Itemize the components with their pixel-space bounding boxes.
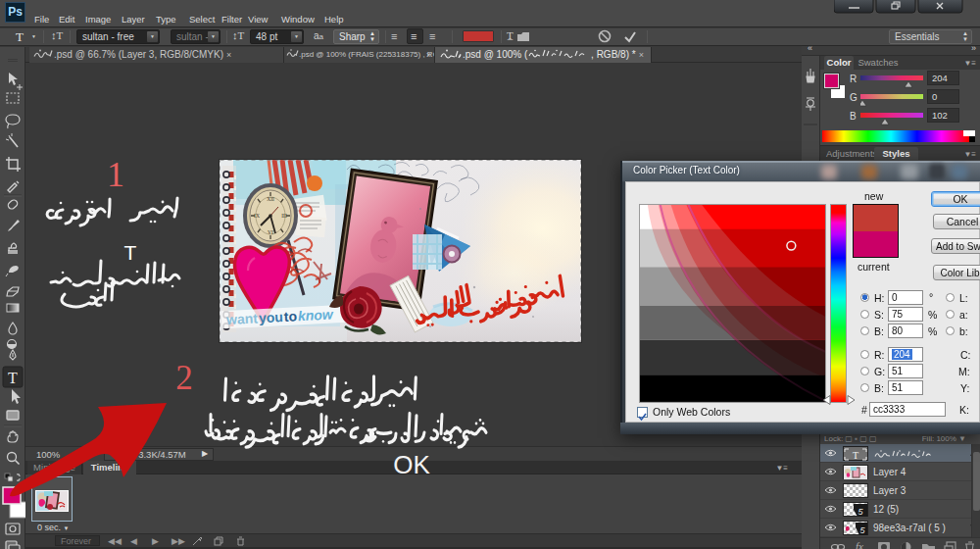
svg-text:T: T (853, 450, 858, 461)
svg-text:T: T (124, 241, 137, 264)
svg-text:VI: VI (268, 229, 273, 235)
svg-text:2: 2 (175, 359, 193, 397)
svg-text:T: T (8, 370, 18, 386)
svg-text:III: III (281, 213, 287, 219)
svg-text:IX: IX (254, 213, 260, 219)
svg-text:1: 1 (107, 155, 124, 194)
svg-text:XII: XII (267, 196, 274, 202)
